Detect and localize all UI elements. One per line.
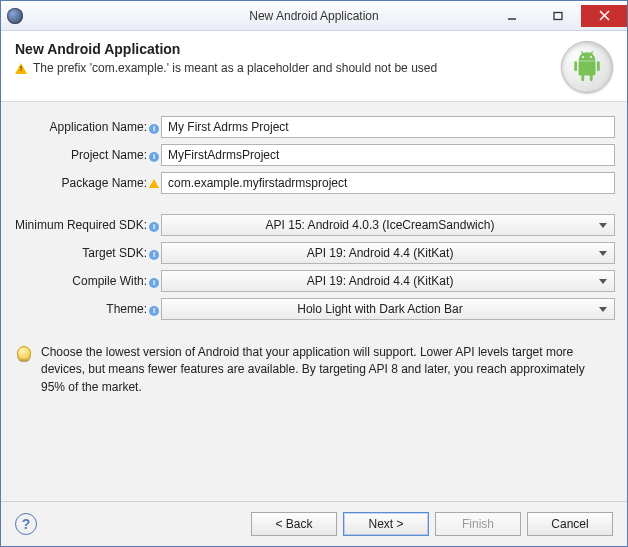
info-icon[interactable]: i <box>149 152 159 162</box>
label-compile-with: Compile With:i <box>13 274 161 288</box>
label-application-name: Application Name:i <box>13 120 161 134</box>
info-icon[interactable]: i <box>149 124 159 134</box>
info-icon[interactable]: i <box>149 250 159 260</box>
lightbulb-icon <box>17 346 31 360</box>
svg-point-8 <box>582 56 584 58</box>
svg-point-9 <box>590 56 592 58</box>
close-button[interactable] <box>581 5 627 27</box>
row-project-name: Project Name:i <box>13 144 615 166</box>
header-warning: The prefix 'com.example.' is meant as a … <box>15 61 561 75</box>
wizard-window: New Android Application New Android Appl… <box>0 0 628 547</box>
row-package-name: Package Name: <box>13 172 615 194</box>
package-name-input[interactable] <box>161 172 615 194</box>
label-target-sdk: Target SDK:i <box>13 246 161 260</box>
maximize-icon <box>553 11 563 21</box>
svg-line-7 <box>591 51 593 54</box>
row-application-name: Application Name:i <box>13 116 615 138</box>
svg-rect-1 <box>554 12 562 19</box>
warning-text: The prefix 'com.example.' is meant as a … <box>33 61 437 75</box>
row-theme: Theme:i Holo Light with Dark Action Bar <box>13 298 615 320</box>
min-sdk-select[interactable]: API 15: Android 4.0.3 (IceCreamSandwich) <box>161 214 615 236</box>
finish-button: Finish <box>435 512 521 536</box>
info-icon[interactable]: i <box>149 222 159 232</box>
titlebar[interactable]: New Android Application <box>1 1 627 31</box>
close-icon <box>599 10 610 21</box>
next-button[interactable]: Next > <box>343 512 429 536</box>
info-icon[interactable]: i <box>149 278 159 288</box>
back-button[interactable]: < Back <box>251 512 337 536</box>
warning-icon[interactable] <box>149 179 159 188</box>
android-icon <box>570 50 604 84</box>
tip-text: Choose the lowest version of Android tha… <box>41 344 607 396</box>
label-theme: Theme:i <box>13 302 161 316</box>
page-title: New Android Application <box>15 41 561 57</box>
label-project-name: Project Name:i <box>13 148 161 162</box>
svg-rect-5 <box>597 61 600 71</box>
window-buttons <box>489 5 627 27</box>
label-package-name: Package Name: <box>13 176 161 190</box>
footer: ? < Back Next > Finish Cancel <box>1 501 627 546</box>
svg-line-6 <box>581 51 583 54</box>
target-sdk-select[interactable]: API 19: Android 4.4 (KitKat) <box>161 242 615 264</box>
android-logo <box>561 41 613 93</box>
tip-panel: Choose the lowest version of Android tha… <box>13 340 615 396</box>
theme-select[interactable]: Holo Light with Dark Action Bar <box>161 298 615 320</box>
application-name-input[interactable] <box>161 116 615 138</box>
maximize-button[interactable] <box>535 5 581 27</box>
row-target-sdk: Target SDK:i API 19: Android 4.4 (KitKat… <box>13 242 615 264</box>
wizard-header: New Android Application The prefix 'com.… <box>1 31 627 102</box>
svg-rect-4 <box>574 61 577 71</box>
form-area: Application Name:i Project Name:i Packag… <box>1 102 627 501</box>
warning-icon <box>15 63 27 74</box>
row-compile-with: Compile With:i API 19: Android 4.4 (KitK… <box>13 270 615 292</box>
cancel-button[interactable]: Cancel <box>527 512 613 536</box>
compile-with-select[interactable]: API 19: Android 4.4 (KitKat) <box>161 270 615 292</box>
minimize-icon <box>507 11 517 21</box>
row-min-sdk: Minimum Required SDK:i API 15: Android 4… <box>13 214 615 236</box>
app-icon <box>7 8 23 24</box>
project-name-input[interactable] <box>161 144 615 166</box>
label-min-sdk: Minimum Required SDK:i <box>13 218 161 232</box>
minimize-button[interactable] <box>489 5 535 27</box>
help-button[interactable]: ? <box>15 513 37 535</box>
info-icon[interactable]: i <box>149 306 159 316</box>
